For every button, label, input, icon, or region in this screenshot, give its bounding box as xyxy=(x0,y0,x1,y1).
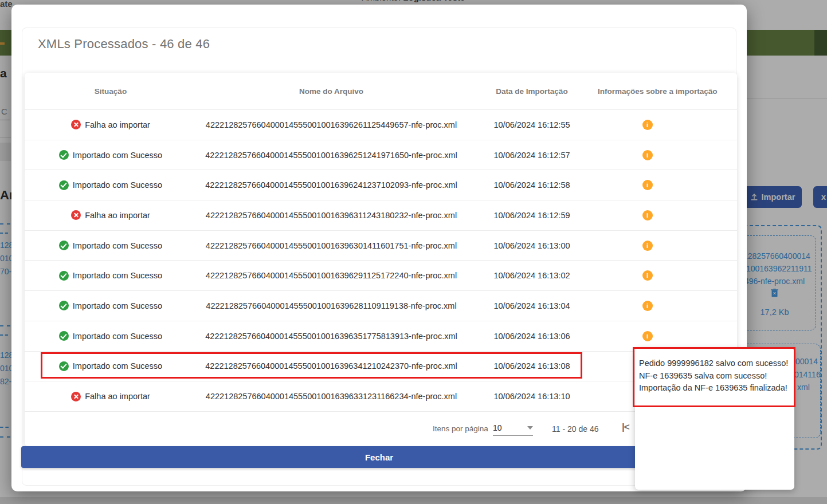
screen: Ambiente: Logística Teste ate a C Ar Imp… xyxy=(0,0,827,504)
status-cell: Importado com Sucesso xyxy=(25,241,197,250)
status-label: Importado com Sucesso xyxy=(73,271,162,280)
status-success-icon xyxy=(59,301,69,310)
status-success-icon xyxy=(59,271,69,281)
table-row: Importado com Sucesso4222128257660400014… xyxy=(25,260,737,290)
status-cell: Falha ao importar xyxy=(25,120,197,129)
status-error-icon xyxy=(71,120,81,129)
info-cell: i xyxy=(598,120,737,130)
column-header-situacao: Situação xyxy=(25,87,197,96)
table-row: Importado com Sucesso4222128257660400014… xyxy=(25,230,737,261)
file-name: 4222128257660400014555001001639630141160… xyxy=(197,241,466,250)
import-date: 10/06/2024 16:13:02 xyxy=(466,271,598,280)
info-cell: i xyxy=(598,210,737,220)
info-icon[interactable]: i xyxy=(642,120,653,130)
status-cell: Falha ao importar xyxy=(25,392,197,401)
status-label: Importado com Sucesso xyxy=(73,301,162,310)
import-date: 10/06/2024 16:13:04 xyxy=(466,301,598,310)
table-row: Importado com Sucesso4222128257660400014… xyxy=(25,290,737,321)
status-label: Importado com Sucesso xyxy=(73,241,162,250)
file-name: 4222128257660400014555001001639631124318… xyxy=(197,211,466,220)
status-cell: Importado com Sucesso xyxy=(25,271,197,281)
import-date: 10/06/2024 16:12:57 xyxy=(466,151,598,160)
page-range-label: 11 - 20 de 46 xyxy=(552,424,598,434)
info-icon[interactable]: i xyxy=(642,150,653,160)
status-cell: Falha ao importar xyxy=(25,210,197,220)
status-label: Importado com Sucesso xyxy=(73,332,162,341)
highlight-box-tooltip xyxy=(633,347,795,407)
highlight-box-row xyxy=(41,352,582,379)
status-cell: Importado com Sucesso xyxy=(25,180,197,190)
info-icon[interactable]: i xyxy=(642,331,653,341)
items-per-page-label: Itens por página xyxy=(433,424,488,433)
status-label: Falha ao importar xyxy=(85,392,150,401)
import-date: 10/06/2024 16:13:00 xyxy=(466,241,598,250)
info-icon[interactable]: i xyxy=(642,301,653,311)
import-date: 10/06/2024 16:12:55 xyxy=(466,120,598,129)
table-row: Importado com Sucesso4222128257660400014… xyxy=(25,321,737,351)
import-date: 10/06/2024 16:13:10 xyxy=(466,392,598,401)
file-name: 4222128257660400014555001001639624123710… xyxy=(197,180,466,190)
info-cell: i xyxy=(598,241,737,251)
table-row: Falha ao importar42221282576604000145550… xyxy=(25,200,737,230)
chevron-down-icon xyxy=(527,426,533,430)
file-name: 4222128257660400014555001001639625124197… xyxy=(197,151,466,160)
status-success-icon xyxy=(59,150,69,160)
info-icon[interactable]: i xyxy=(642,270,653,281)
status-cell: Importado com Sucesso xyxy=(25,331,197,341)
status-label: Importado com Sucesso xyxy=(73,180,162,190)
first-page-icon[interactable]: |< xyxy=(622,422,629,433)
status-cell: Importado com Sucesso xyxy=(25,150,197,160)
table-row: Falha ao importar42221282576604000145550… xyxy=(25,381,737,411)
info-icon[interactable]: i xyxy=(642,210,653,220)
page-size-select[interactable]: 10 xyxy=(493,421,533,436)
info-cell: i xyxy=(598,270,737,281)
column-header-data-importacao: Data de Importação xyxy=(466,87,598,96)
import-date: 10/06/2024 16:12:58 xyxy=(466,180,598,190)
table-row: Importado com Sucesso4222128257660400014… xyxy=(25,170,737,200)
status-success-icon xyxy=(59,331,69,341)
info-cell: i xyxy=(598,180,737,190)
status-label: Importado com Sucesso xyxy=(73,151,162,160)
status-cell: Importado com Sucesso xyxy=(25,301,197,310)
info-icon[interactable]: i xyxy=(642,180,653,190)
page-size-value: 10 xyxy=(493,423,502,432)
status-label: Falha ao importar xyxy=(85,211,150,220)
file-name: 4222128257660400014555001001639633123116… xyxy=(197,392,466,401)
info-icon[interactable]: i xyxy=(642,241,653,251)
column-header-nome-arquivo: Nome do Arquivo xyxy=(197,87,466,96)
column-header-informacoes: Informações sobre a importação xyxy=(598,87,758,96)
fechar-button[interactable]: Fechar xyxy=(21,446,737,468)
import-date: 10/06/2024 16:12:59 xyxy=(466,211,598,220)
table-row: Falha ao importar42221282576604000145550… xyxy=(25,109,737,140)
table-header-row: Situação Nome do Arquivo Data de Importa… xyxy=(25,73,737,109)
dialog-title: XMLs Processados - 46 de 46 xyxy=(38,37,210,52)
status-label: Falha ao importar xyxy=(85,120,150,129)
status-success-icon xyxy=(59,180,69,190)
status-error-icon xyxy=(71,392,81,401)
info-cell: i xyxy=(598,331,737,341)
status-success-icon xyxy=(59,241,69,250)
file-name: 4222128257660400014555001001639635177581… xyxy=(197,332,466,341)
status-error-icon xyxy=(71,210,81,220)
paginator: Itens por página 10 11 - 20 de 46 |< xyxy=(25,411,737,446)
info-cell: i xyxy=(598,301,737,311)
import-date: 10/06/2024 16:13:06 xyxy=(466,332,598,341)
file-name: 4222128257660400014555001001639629112517… xyxy=(197,271,466,280)
processed-xmls-table: Situação Nome do Arquivo Data de Importa… xyxy=(25,73,737,446)
file-name: 4222128257660400014555001001639626112544… xyxy=(197,120,466,129)
table-row: Importado com Sucesso4222128257660400014… xyxy=(25,140,737,170)
file-name: 4222128257660400014555001001639628110911… xyxy=(197,301,466,310)
info-cell: i xyxy=(598,150,737,160)
